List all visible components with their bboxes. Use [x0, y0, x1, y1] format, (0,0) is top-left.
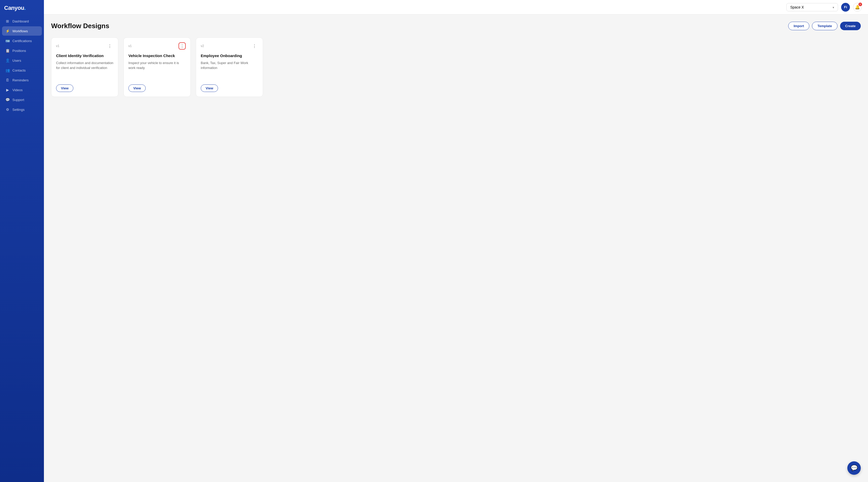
card-top: v2 ⋮	[201, 42, 258, 50]
view-button[interactable]: View	[128, 85, 146, 92]
certifications-icon: 🪪	[5, 38, 10, 43]
card-menu-button[interactable]: ⋮	[179, 42, 186, 50]
card-top: v1 ⋮	[128, 42, 186, 50]
sidebar-item-workflows[interactable]: ⚡ Workflows	[2, 26, 42, 36]
sidebar-item-support[interactable]: 💬 Support	[2, 95, 42, 104]
chat-icon: 💬	[851, 465, 858, 472]
view-button[interactable]: View	[56, 85, 73, 92]
view-button[interactable]: View	[201, 85, 218, 92]
workspace-selector[interactable]: Space X	[786, 3, 838, 11]
header-actions: Import Template Create	[788, 22, 861, 30]
sidebar-item-users[interactable]: 👤 Users	[2, 56, 42, 65]
users-icon: 👤	[5, 58, 10, 63]
card-version: v1	[128, 44, 132, 48]
sidebar: Canyou. ⊞ Dashboard ⚡ Workflows 🪪 Certif…	[0, 0, 44, 482]
positions-icon: 📋	[5, 48, 10, 53]
app-logo: Canyou.	[0, 0, 44, 17]
sidebar-item-settings[interactable]: ⚙ Settings	[2, 105, 42, 114]
sidebar-label-workflows: Workflows	[12, 29, 28, 33]
notification-badge: 1	[859, 3, 862, 6]
card-version: v1	[56, 44, 59, 48]
support-icon: 💬	[5, 97, 10, 102]
card-title: Vehicle Inspection Check	[128, 53, 186, 58]
sidebar-item-reminders[interactable]: 🗓 Reminders	[2, 75, 42, 85]
sidebar-label-contacts: Contacts	[12, 68, 26, 72]
card-version: v2	[201, 44, 204, 48]
sidebar-label-users: Users	[12, 59, 21, 63]
avatar[interactable]: Fi	[841, 3, 850, 12]
workspace-name: Space X	[790, 5, 804, 9]
sidebar-label-positions: Positions	[12, 49, 26, 53]
logo-dot: .	[24, 5, 26, 11]
main-area: Space X Fi 🔔 1 Workflow Designs Import T…	[44, 0, 868, 482]
reminders-icon: 🗓	[5, 78, 10, 83]
chevron-down-icon	[833, 5, 834, 9]
sidebar-item-positions[interactable]: 📋 Positions	[2, 46, 42, 55]
sidebar-label-videos: Videos	[12, 88, 23, 92]
card-footer: View	[201, 85, 258, 92]
card-footer: View	[128, 85, 186, 92]
sidebar-item-dashboard[interactable]: ⊞ Dashboard	[2, 17, 42, 26]
sidebar-item-certifications[interactable]: 🪪 Certifications	[2, 36, 42, 45]
contacts-icon: 👥	[5, 68, 10, 72]
sidebar-nav: ⊞ Dashboard ⚡ Workflows 🪪 Certifications…	[0, 17, 44, 114]
create-button[interactable]: Create	[840, 22, 861, 30]
page-content: Workflow Designs Import Template Create …	[44, 14, 868, 482]
page-title: Workflow Designs	[51, 22, 109, 30]
header-right: Space X Fi 🔔 1	[786, 3, 862, 12]
chat-bubble[interactable]: 💬	[847, 461, 861, 475]
page-header: Workflow Designs Import Template Create	[51, 22, 861, 30]
card-menu-button[interactable]: ⋮	[106, 42, 114, 50]
card-title: Client Identity Verification	[56, 53, 114, 58]
sidebar-label-settings: Settings	[12, 108, 25, 111]
card-top: v1 ⋮	[56, 42, 114, 50]
sidebar-item-contacts[interactable]: 👥 Contacts	[2, 66, 42, 75]
videos-icon: ▶	[5, 88, 10, 92]
dashboard-icon: ⊞	[5, 19, 10, 24]
workflow-cards-grid: v1 ⋮ Client Identity Verification Collec…	[51, 37, 861, 97]
card-description: Bank, Tax, Super and Fair Work informati…	[201, 60, 258, 81]
workflow-card-card-2: v1 ⋮ Vehicle Inspection Check Inspect yo…	[123, 37, 191, 97]
template-button[interactable]: Template	[812, 22, 837, 30]
workflow-card-card-1: v1 ⋮ Client Identity Verification Collec…	[51, 37, 118, 97]
card-footer: View	[56, 85, 114, 92]
card-menu-button[interactable]: ⋮	[251, 42, 258, 50]
import-button[interactable]: Import	[788, 22, 809, 30]
top-header: Space X Fi 🔔 1	[44, 0, 868, 14]
settings-icon: ⚙	[5, 107, 10, 112]
sidebar-label-certifications: Certifications	[12, 39, 32, 43]
sidebar-label-dashboard: Dashboard	[12, 20, 29, 23]
sidebar-item-videos[interactable]: ▶ Videos	[2, 85, 42, 95]
notification-button[interactable]: 🔔 1	[853, 3, 862, 12]
workflows-icon: ⚡	[5, 29, 10, 33]
card-description: Inspect your vehicle to ensure it is wor…	[128, 60, 186, 81]
sidebar-label-support: Support	[12, 98, 24, 102]
card-description: Collect information and documentation fo…	[56, 60, 114, 81]
card-title: Employee Onboarding	[201, 53, 258, 58]
workflow-card-card-3: v2 ⋮ Employee Onboarding Bank, Tax, Supe…	[196, 37, 263, 97]
sidebar-label-reminders: Reminders	[12, 78, 29, 82]
